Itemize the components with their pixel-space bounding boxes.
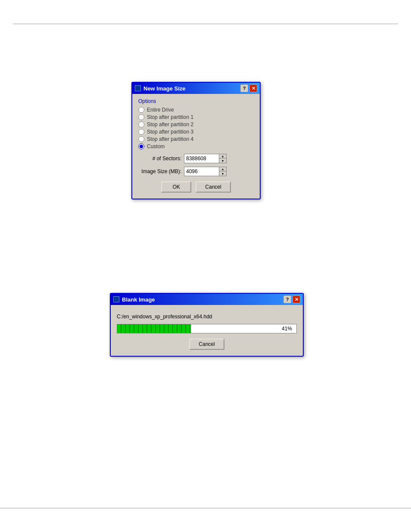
top-rule — [13, 24, 398, 24]
blank-help-button[interactable]: ? — [283, 296, 291, 303]
titlebar-controls: ? ✕ — [240, 84, 257, 92]
blank-image-titlebar: Blank Image ? ✕ — [111, 294, 303, 305]
options-label: Options — [138, 98, 254, 104]
blank-image-dialog: Blank Image ? ✕ C:/en_windows_xp_profess… — [110, 293, 304, 357]
ok-button[interactable]: OK — [161, 181, 191, 193]
radio-custom-label: Custom — [147, 143, 165, 149]
dialog1-content: Options Entire Drive Stop after partitio… — [132, 94, 260, 199]
dialog2-buttons: Cancel — [117, 339, 297, 350]
radio-partition-4-label: Stop after partition 4 — [147, 136, 193, 142]
sectors-label: # of Sectors: — [138, 156, 181, 162]
radio-partition-3-input[interactable] — [138, 129, 144, 135]
dialog1-buttons: OK Cancel — [138, 181, 254, 193]
page-container: New Image Size ? ✕ Options Entire Drive … — [0, 0, 411, 532]
progress-bar — [117, 324, 191, 333]
image-size-label: Image Size (MB): — [138, 168, 181, 174]
radio-partition-2-input[interactable] — [138, 121, 144, 128]
dialog2-title: Blank Image — [122, 296, 155, 303]
dialog1-icon — [135, 85, 141, 91]
radio-entire-drive[interactable]: Entire Drive — [138, 107, 254, 113]
image-size-spin-up[interactable]: ▲ — [219, 167, 226, 171]
blank-cancel-button[interactable]: Cancel — [189, 339, 224, 350]
close-button[interactable]: ✕ — [249, 84, 257, 92]
sectors-spin-up[interactable]: ▲ — [219, 154, 226, 159]
dialog2-content: C:/en_windows_xp_professional_x64.hdd 41… — [111, 305, 303, 356]
sectors-arrows: ▲ ▼ — [219, 154, 226, 163]
radio-entire-drive-input[interactable] — [138, 107, 144, 113]
radio-partition-2-label: Stop after partition 2 — [147, 121, 193, 128]
image-size-arrows: ▲ ▼ — [219, 167, 226, 176]
radio-partition-2[interactable]: Stop after partition 2 — [138, 121, 254, 128]
blank-titlebar-controls: ? ✕ — [283, 296, 300, 303]
dialog1-title: New Image Size — [143, 85, 186, 92]
radio-custom[interactable]: Custom — [138, 143, 254, 149]
image-size-spinbox[interactable]: ▲ ▼ — [184, 167, 227, 176]
help-button[interactable]: ? — [240, 84, 248, 92]
radio-partition-4-input[interactable] — [138, 136, 144, 142]
cancel-button[interactable]: Cancel — [196, 181, 230, 193]
radio-group: Entire Drive Stop after partition 1 Stop… — [138, 107, 254, 149]
sectors-spinbox[interactable]: ▲ ▼ — [184, 154, 227, 163]
radio-partition-1[interactable]: Stop after partition 1 — [138, 114, 254, 120]
sectors-row: # of Sectors: ▲ ▼ — [138, 154, 254, 163]
dialog2-icon — [113, 296, 119, 302]
new-image-titlebar: New Image Size ? ✕ — [132, 83, 260, 94]
radio-partition-1-input[interactable] — [138, 114, 144, 120]
sectors-input[interactable] — [184, 155, 219, 162]
progress-label: 41% — [282, 326, 292, 332]
radio-partition-3[interactable]: Stop after partition 3 — [138, 129, 254, 135]
bottom-rule — [0, 508, 411, 508]
titlebar-left: New Image Size — [135, 85, 186, 92]
sectors-spin-down[interactable]: ▼ — [219, 159, 226, 163]
image-size-row: Image Size (MB): ▲ ▼ — [138, 167, 254, 176]
blank-close-button[interactable]: ✕ — [293, 296, 300, 303]
radio-partition-1-label: Stop after partition 1 — [147, 114, 193, 120]
file-path: C:/en_windows_xp_professional_x64.hdd — [117, 313, 297, 320]
radio-entire-drive-label: Entire Drive — [147, 107, 174, 113]
progress-container: 41% — [117, 324, 297, 333]
radio-partition-3-label: Stop after partition 3 — [147, 129, 193, 135]
new-image-size-dialog: New Image Size ? ✕ Options Entire Drive … — [131, 82, 261, 199]
image-size-input[interactable] — [184, 168, 219, 175]
blank-titlebar-left: Blank Image — [113, 296, 155, 303]
image-size-spin-down[interactable]: ▼ — [219, 171, 226, 176]
radio-custom-input[interactable] — [138, 143, 144, 149]
radio-partition-4[interactable]: Stop after partition 4 — [138, 136, 254, 142]
